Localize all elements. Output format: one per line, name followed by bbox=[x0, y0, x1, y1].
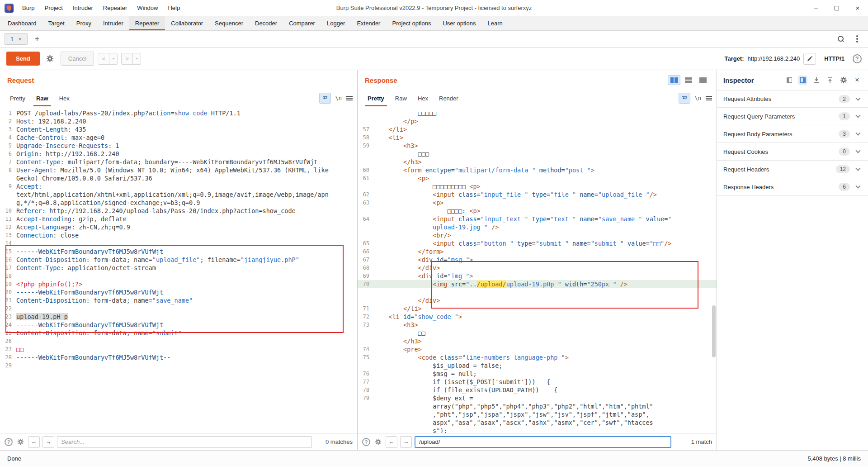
line-text: </p> bbox=[374, 117, 717, 125]
inspector-section-request-body-parameters[interactable]: Request Body Parameters3 bbox=[717, 125, 868, 143]
close-button[interactable]: × bbox=[847, 0, 868, 16]
minimize-button[interactable]: – bbox=[806, 0, 826, 16]
main-tab-dashboard[interactable]: Dashboard bbox=[2, 16, 42, 30]
editor-menu-icon[interactable] bbox=[346, 96, 353, 100]
main-tab-repeater[interactable]: Repeater bbox=[129, 16, 165, 30]
line-number bbox=[358, 418, 374, 427]
request-search-input[interactable] bbox=[57, 436, 312, 448]
editor-tab-raw[interactable]: Raw bbox=[31, 90, 54, 106]
menu-repeater[interactable]: Repeater bbox=[98, 0, 132, 16]
newline-toggle-icon[interactable]: \n bbox=[695, 95, 701, 101]
burp-logo-icon bbox=[5, 4, 14, 13]
inspector-header: Inspector × bbox=[717, 70, 868, 90]
search-help-icon[interactable]: ? bbox=[5, 438, 13, 446]
status-bar: Done 5,408 bytes | 8 millis bbox=[0, 450, 868, 466]
newline-toggle-icon[interactable]: \n bbox=[335, 95, 342, 101]
word-wrap-toggle-icon[interactable] bbox=[319, 93, 331, 104]
inspector-dock-left-icon[interactable] bbox=[785, 76, 794, 85]
search-icon[interactable] bbox=[835, 33, 847, 45]
back-button[interactable]: < bbox=[98, 53, 109, 65]
line-number: 77 bbox=[358, 378, 374, 386]
search-next-button[interactable]: → bbox=[42, 436, 54, 448]
search-prev-button[interactable]: ← bbox=[386, 436, 397, 448]
send-button[interactable]: Send bbox=[6, 52, 40, 66]
menu-intruder[interactable]: Intruder bbox=[68, 0, 98, 16]
response-scrollbar-thumb[interactable] bbox=[712, 305, 716, 357]
main-tab-project-options[interactable]: Project options bbox=[386, 16, 437, 30]
dots-glyph bbox=[856, 35, 858, 37]
http-version-label[interactable]: HTTP/1 bbox=[824, 55, 844, 62]
word-wrap-toggle-icon[interactable] bbox=[679, 93, 690, 104]
line-number: 1 bbox=[0, 109, 16, 117]
editor-tab-render[interactable]: Render bbox=[434, 90, 464, 106]
send-settings-gear-icon[interactable] bbox=[43, 52, 57, 65]
repeater-tab-1[interactable]: 1 × bbox=[5, 33, 28, 45]
editor-tab-hex[interactable]: Hex bbox=[54, 90, 75, 106]
menu-help[interactable]: Help bbox=[163, 0, 185, 16]
editor-tab-pretty[interactable]: Pretty bbox=[5, 90, 31, 106]
inspector-section-request-query-parameters[interactable]: Request Query Parameters1 bbox=[717, 108, 868, 125]
layout-single-button[interactable] bbox=[697, 75, 709, 85]
line-text: <input class="button " type="submit " na… bbox=[374, 239, 717, 247]
menu-project[interactable]: Project bbox=[39, 0, 67, 16]
search-prev-button[interactable]: ← bbox=[28, 436, 40, 448]
inspector-close-icon[interactable]: × bbox=[853, 76, 862, 84]
main-tab-user-options[interactable]: User options bbox=[437, 16, 481, 30]
code-line: 27□□ bbox=[0, 345, 357, 353]
main-tab-decoder[interactable]: Decoder bbox=[249, 16, 283, 30]
search-next-button[interactable]: → bbox=[400, 436, 412, 448]
maximize-button[interactable] bbox=[826, 0, 847, 16]
main-tab-sequencer[interactable]: Sequencer bbox=[209, 16, 249, 30]
inspector-section-response-headers[interactable]: Response Headers6 bbox=[717, 178, 868, 196]
expand-all-icon[interactable] bbox=[812, 76, 821, 85]
forward-dropdown-icon[interactable]: ▾ bbox=[133, 53, 141, 65]
repeater-toolbar: Send Cancel < ▾ > ▾ Target: http://192.1… bbox=[0, 48, 868, 70]
editor-tab-raw[interactable]: Raw bbox=[390, 90, 412, 106]
response-editor[interactable]: □□□□□ </p>57 </li>58 <li>59 <h3> □□□ </h… bbox=[358, 106, 717, 433]
line-text: Connection: close bbox=[16, 231, 357, 239]
layout-rows-button[interactable] bbox=[682, 75, 695, 85]
cancel-button[interactable]: Cancel bbox=[61, 52, 94, 66]
search-settings-gear-icon[interactable] bbox=[373, 436, 383, 448]
line-number bbox=[358, 329, 374, 337]
search-help-icon[interactable]: ? bbox=[362, 438, 370, 446]
main-tab-extender[interactable]: Extender bbox=[351, 16, 386, 30]
main-tab-collaborator[interactable]: Collaborator bbox=[165, 16, 209, 30]
main-tab-comparer[interactable]: Comparer bbox=[283, 16, 321, 30]
layout-columns-button[interactable] bbox=[668, 75, 680, 85]
inspector-settings-gear-icon[interactable] bbox=[839, 76, 848, 85]
more-options-icon[interactable] bbox=[851, 33, 863, 45]
help-icon[interactable]: ? bbox=[853, 54, 862, 63]
forward-button[interactable]: > bbox=[121, 53, 133, 65]
editor-menu-icon[interactable] bbox=[706, 96, 712, 100]
main-tab-logger[interactable]: Logger bbox=[321, 16, 351, 30]
menu-burp[interactable]: Burp bbox=[17, 0, 39, 16]
main-tab-intruder[interactable]: Intruder bbox=[97, 16, 129, 30]
code-line: 78 if (file_exists(UPLOAD_PATH)) { bbox=[358, 386, 717, 394]
close-tab-icon[interactable]: × bbox=[18, 36, 22, 43]
line-number: 7 bbox=[0, 158, 16, 166]
line-text: <pre> bbox=[374, 345, 717, 353]
main-tab-learn[interactable]: Learn bbox=[481, 16, 508, 30]
inspector-section-request-attributes[interactable]: Request Attributes2 bbox=[717, 90, 868, 108]
section-count-badge: 6 bbox=[839, 183, 850, 191]
editor-tab-pretty[interactable]: Pretty bbox=[362, 90, 390, 106]
back-dropdown-icon[interactable]: ▾ bbox=[109, 53, 118, 65]
main-tab-proxy[interactable]: Proxy bbox=[71, 16, 97, 30]
inspector-section-request-cookies[interactable]: Request Cookies0 bbox=[717, 143, 868, 161]
inspector-dock-right-icon[interactable] bbox=[798, 76, 807, 85]
response-search-input[interactable] bbox=[415, 436, 671, 448]
line-text: </h3> bbox=[374, 158, 717, 166]
menu-window[interactable]: Window bbox=[132, 0, 163, 16]
edit-target-pencil-icon[interactable] bbox=[803, 53, 816, 65]
line-number: 14 bbox=[0, 239, 16, 247]
line-number: 8 bbox=[0, 166, 16, 174]
add-tab-button[interactable]: + bbox=[31, 34, 43, 44]
search-settings-gear-icon[interactable] bbox=[15, 436, 25, 448]
main-tab-target[interactable]: Target bbox=[42, 16, 71, 30]
inspector-section-request-headers[interactable]: Request Headers12 bbox=[717, 161, 868, 178]
code-line: array("php","php5","php4","php3","php2",… bbox=[358, 402, 717, 410]
editor-tab-hex[interactable]: Hex bbox=[412, 90, 434, 106]
request-editor[interactable]: 1POST /upload-labs/Pass-20/index.php?act… bbox=[0, 106, 357, 433]
collapse-all-icon[interactable] bbox=[826, 76, 835, 85]
